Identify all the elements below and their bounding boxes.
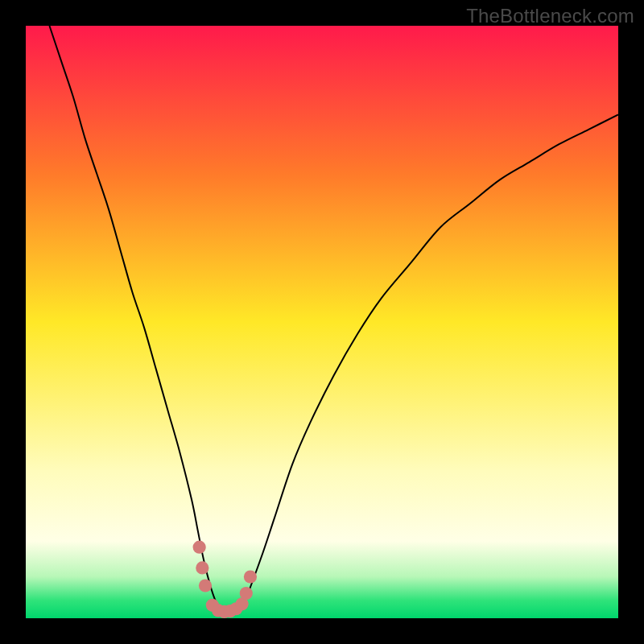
gradient-background (26, 26, 618, 618)
plot-area (26, 26, 618, 618)
marker-point (199, 579, 212, 592)
marker-point (240, 587, 253, 600)
watermark-text: TheBottleneck.com (466, 5, 634, 27)
plot-svg (26, 26, 618, 618)
chart-frame: TheBottleneck.com (0, 0, 644, 644)
marker-point (193, 541, 206, 554)
marker-point (196, 561, 208, 574)
marker-point (244, 570, 257, 583)
